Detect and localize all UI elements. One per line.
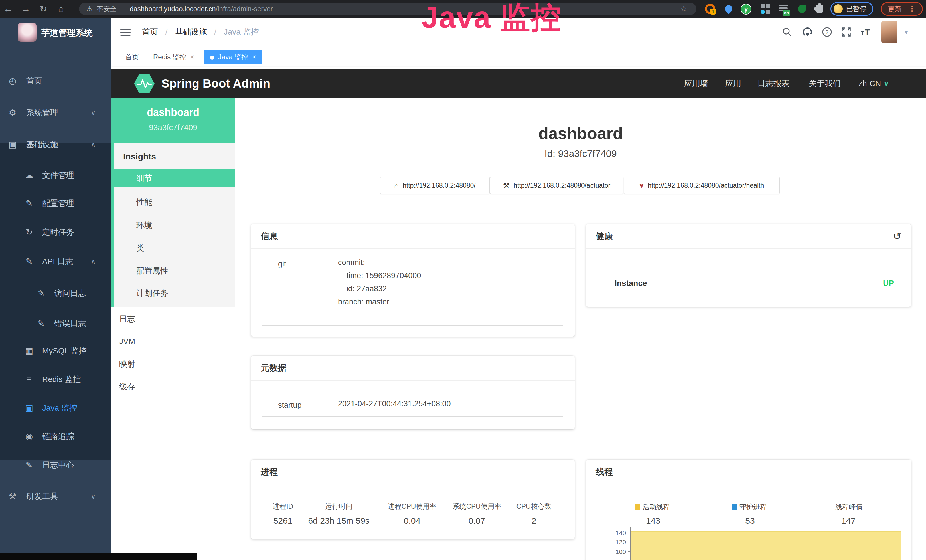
sba-nav-journal[interactable]: 日志报表 <box>758 69 790 98</box>
menu-item-config-props[interactable]: 配置属性 <box>113 262 235 280</box>
instance-header[interactable]: dashboard 93a3fc7f7409 <box>111 98 235 143</box>
extension-orange-icon[interactable]: 1 <box>705 4 715 14</box>
menu-item-classes[interactable]: 类 <box>113 239 235 257</box>
process-col-cpus: CPU核心数 <box>516 502 552 511</box>
history-icon[interactable]: ↺ <box>893 224 902 248</box>
health-url-button[interactable]: ♥ http://192.168.0.2:48080/actuator/heal… <box>624 177 780 194</box>
sidebar-item-dev-tools[interactable]: ⚒ 研发工具 ∨ <box>0 482 111 511</box>
sba-nav-applications[interactable]: 应用 <box>725 69 741 98</box>
menu-item-details[interactable]: 细节 <box>113 169 235 188</box>
browser-forward-icon[interactable]: → <box>19 0 33 18</box>
process-val-cpus: 2 <box>532 516 536 526</box>
avatar-caret-icon[interactable]: ▾ <box>905 18 908 46</box>
update-label: 更新 <box>888 4 902 14</box>
java-monitor-annotation: Java 监控 <box>422 0 561 38</box>
menu-item-environment[interactable]: 环境 <box>113 216 235 235</box>
bookmark-star-icon[interactable]: ☆ <box>680 3 687 15</box>
legend-peak-threads: 线程峰值 <box>835 502 863 512</box>
close-icon[interactable]: × <box>252 53 256 61</box>
sba-nav-wallboard[interactable]: 应用墙 <box>684 69 708 98</box>
extension-list-icon[interactable]: on <box>779 4 790 14</box>
spring-boot-admin-logo[interactable] <box>134 74 154 93</box>
metadata-row-label: startup <box>278 401 302 410</box>
legend-live-threads: 活动线程 <box>634 502 670 512</box>
process-val-process-cpu: 0.04 <box>404 516 421 526</box>
tags-view-bar: 首页 Redis 监控× Java 监控× <box>111 46 926 66</box>
sidebar-item-config[interactable]: ✎ 配置管理 <box>0 189 111 218</box>
health-card: 健康↺ Instance UP <box>586 224 911 307</box>
omnibox-divider <box>123 5 124 12</box>
tab-redis-monitor[interactable]: Redis 监控× <box>147 50 200 65</box>
sidebar-item-cron[interactable]: ↻ 定时任务 <box>0 218 111 247</box>
close-icon[interactable]: × <box>190 53 194 61</box>
menu-item-metrics[interactable]: 性能 <box>113 193 235 211</box>
kebab-menu-icon[interactable]: ⋮ <box>908 5 916 14</box>
page-url: dashboard.yudao.iocoder.cn/infra/admin-s… <box>130 3 273 15</box>
bottom-edge-strip <box>0 553 197 560</box>
extension-pin-icon[interactable] <box>723 4 734 14</box>
timer-icon: ↻ <box>23 218 35 247</box>
sidebar-item-infra[interactable]: ▣ 基础设施 ∧ <box>0 130 111 159</box>
sidebar-item-mysql[interactable]: ▦ MySQL 监控 <box>0 337 111 365</box>
sidebar-item-api-log[interactable]: ✎ API 日志 ∧ <box>0 247 111 276</box>
tab-home[interactable]: 首页 <box>119 50 145 65</box>
app-logo <box>18 23 36 42</box>
menu-item-logs[interactable]: 日志 <box>111 310 235 328</box>
breadcrumb-separator: / <box>165 27 168 36</box>
menu-item-mappings[interactable]: 映射 <box>111 355 235 374</box>
sidebar-item-access-log[interactable]: ✎ 访问日志 <box>0 279 111 307</box>
breadcrumb-infra[interactable]: 基础设施 <box>175 27 207 36</box>
menu-group-insights: Insights <box>123 148 156 165</box>
sba-header: Spring Boot Admin 应用墙 应用 日志报表 关于我们 zh-CN… <box>111 69 926 98</box>
extension-puzzle-icon[interactable] <box>814 4 825 14</box>
font-size-icon[interactable]: TT <box>858 18 873 46</box>
menu-item-jvm[interactable]: JVM <box>111 332 235 351</box>
url-bar[interactable]: ⚠ 不安全 dashboard.yudao.iocoder.cn/infra/a… <box>79 3 696 15</box>
menu-item-scheduled-tasks[interactable]: 计划任务 <box>113 284 235 303</box>
paused-profile-pill[interactable]: 已暂停 <box>831 2 873 16</box>
tools-icon: ⚒ <box>6 482 19 511</box>
sidebar-item-tracing[interactable]: ◉ 链路追踪 <box>0 422 111 451</box>
info-row-value: commit:time: 1596289704000id: 27aa832bra… <box>338 256 421 309</box>
sba-brand-title[interactable]: Spring Boot Admin <box>162 69 270 98</box>
hamburger-icon[interactable] <box>120 27 131 37</box>
help-icon[interactable]: ? <box>820 18 834 46</box>
sidebar-item-redis[interactable]: ≡ Redis 监控 <box>0 365 111 394</box>
sba-locale-select[interactable]: zh-CN ∨ <box>858 69 889 98</box>
sidebar-item-log-center[interactable]: ✎ 日志中心 <box>0 451 111 479</box>
user-avatar[interactable] <box>881 21 897 43</box>
breadcrumb-home[interactable]: 首页 <box>142 27 158 36</box>
sba-nav-about[interactable]: 关于我们 <box>809 69 841 98</box>
menu-item-caches[interactable]: 缓存 <box>111 377 235 396</box>
extension-grid-icon[interactable] <box>760 4 771 15</box>
github-icon[interactable] <box>800 18 815 46</box>
sidebar-item-system[interactable]: ⚙ 系统管理 ∨ <box>0 98 111 127</box>
browser-back-icon[interactable]: ← <box>1 0 15 18</box>
service-url-button[interactable]: ⌂ http://192.168.0.2:48080/ <box>380 177 490 194</box>
heartbeat-icon: ♥ <box>639 181 644 190</box>
active-group-indicator <box>111 143 113 307</box>
actuator-url-button[interactable]: ⚒ http://192.168.0.2:48080/actuator <box>490 177 623 194</box>
sidebar-item-error-log[interactable]: ✎ 错误日志 <box>0 309 111 338</box>
extension-y-icon[interactable]: y <box>741 4 751 14</box>
screen: ← → ↻ ⌂ ⚠ 不安全 dashboard.yudao.iocoder.cn… <box>0 0 926 560</box>
emoji-face-icon <box>834 4 843 14</box>
sidebar-item-files[interactable]: ☁ 文件管理 <box>0 161 111 190</box>
tab-java-monitor[interactable]: Java 监控× <box>204 50 262 65</box>
sidebar-item-home[interactable]: ◴ 首页 <box>0 67 111 95</box>
fullscreen-icon[interactable] <box>839 18 853 46</box>
extension-leaf-icon[interactable] <box>797 4 807 14</box>
sidebar-item-java-monitor[interactable]: ▣ Java 监控 <box>0 394 111 422</box>
info-card-title: 信息 <box>251 224 575 249</box>
url-path: /infra/admin-server <box>216 5 273 12</box>
browser-home-icon[interactable]: ⌂ <box>54 0 68 18</box>
browser-reload-icon[interactable]: ↻ <box>36 0 50 18</box>
health-status-badge: UP <box>883 279 894 288</box>
browser-update-button[interactable]: 更新 ⋮ <box>881 2 923 16</box>
svg-text:?: ? <box>825 29 828 35</box>
log-icon: ✎ <box>23 247 35 276</box>
search-icon[interactable] <box>780 18 794 46</box>
svg-text:T: T <box>865 27 870 37</box>
metadata-row-value: 2021-04-27T00:44:31.254+08:00 <box>338 397 451 410</box>
process-col-process-cpu: 进程CPU使用率 <box>388 502 437 511</box>
